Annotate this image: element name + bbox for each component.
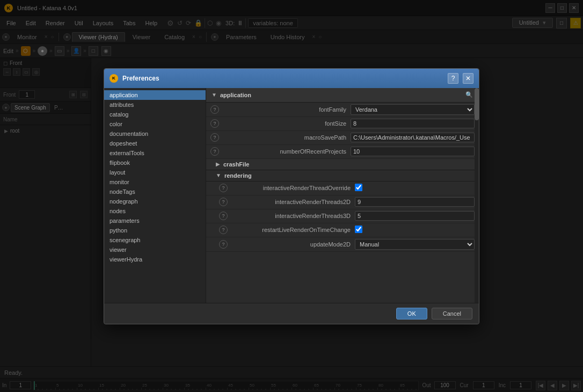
font-size-help[interactable]: ? — [210, 119, 219, 128]
section-title: application — [220, 92, 251, 98]
restart-live-render-row: ? restartLiveRenderOnTimeChange — [206, 223, 479, 237]
render-threads-2d-row: ? interactiveRenderThreads2D — [206, 195, 479, 209]
pref-item-monitor[interactable]: monitor — [104, 177, 206, 187]
macro-save-path-row: ? macroSavePath — [206, 131, 479, 145]
macro-save-path-label: macroSavePath — [222, 134, 351, 141]
dialog-icon-text: K — [112, 76, 115, 81]
crashfile-arrow-icon: ▶ — [216, 161, 220, 167]
recent-projects-value — [351, 147, 475, 156]
restart-live-render-checkbox[interactable] — [355, 226, 362, 233]
font-family-label: fontFamily — [222, 106, 351, 113]
render-threads-2d-value — [355, 197, 475, 207]
recent-projects-help[interactable]: ? — [210, 147, 219, 156]
rendering-arrow-icon: ▼ — [216, 172, 221, 178]
preferences-content: ▼ application 🔍 ? fontFamily Verdana Ari… — [206, 88, 479, 303]
dialog-body: application attributes catalog color doc… — [104, 88, 479, 303]
update-mode-2d-select[interactable]: Manual Automatic OnChange — [355, 239, 475, 250]
pref-item-scenegraph[interactable]: scenegraph — [104, 235, 206, 245]
restart-live-render-help[interactable]: ? — [219, 226, 228, 234]
pref-item-viewer[interactable]: viewer — [104, 245, 206, 255]
pref-item-documentation[interactable]: documentation — [104, 129, 206, 139]
update-mode-2d-value: Manual Automatic OnChange — [355, 239, 475, 250]
render-threads-2d-input[interactable] — [355, 197, 475, 207]
pref-item-nodes[interactable]: nodes — [104, 206, 206, 216]
pref-item-nodetags[interactable]: nodeTags — [104, 187, 206, 197]
preferences-dialog: K Preferences ? ✕ application attributes… — [104, 68, 479, 324]
macro-save-path-value — [351, 133, 475, 142]
recent-projects-label: numberOfRecentProjects — [222, 148, 351, 155]
render-threads-3d-row: ? interactiveRenderThreads3D — [206, 209, 479, 223]
dialog-title-text: Preferences — [122, 75, 443, 82]
render-threads-3d-label: interactiveRenderThreads3D — [231, 213, 355, 219]
application-section-header[interactable]: ▼ application 🔍 — [206, 88, 479, 103]
update-mode-2d-row: ? updateMode2D Manual Automatic OnChange — [206, 237, 479, 252]
modal-overlay: K Preferences ? ✕ application attributes… — [0, 0, 583, 392]
pref-item-color[interactable]: color — [104, 119, 206, 129]
font-family-select[interactable]: Verdana Arial Helvetica Courier New — [351, 104, 475, 115]
pref-item-externaltools[interactable]: externalTools — [104, 148, 206, 158]
font-size-row: ? fontSize — [206, 117, 479, 131]
pref-item-python[interactable]: python — [104, 226, 206, 235]
dialog-close-button[interactable]: ✕ — [463, 73, 473, 84]
pref-item-nodegraph[interactable]: nodegraph — [104, 197, 206, 206]
preferences-list: application attributes catalog color doc… — [104, 88, 206, 303]
rendering-section-header[interactable]: ▼ rendering — [206, 170, 479, 182]
font-size-value — [351, 119, 475, 128]
update-mode-2d-label: updateMode2D — [231, 241, 355, 248]
recent-projects-row: ? numberOfRecentProjects — [206, 145, 479, 159]
pref-item-attributes[interactable]: attributes — [104, 100, 206, 110]
font-family-help[interactable]: ? — [210, 105, 219, 114]
pref-item-parameters[interactable]: parameters — [104, 216, 206, 226]
section-arrow-icon: ▼ — [212, 92, 217, 98]
render-threads-3d-input[interactable] — [355, 211, 475, 221]
macro-save-path-input[interactable] — [351, 133, 475, 142]
macro-save-path-help[interactable]: ? — [210, 133, 219, 142]
recent-projects-input[interactable] — [351, 147, 475, 156]
restart-live-render-label: restartLiveRenderOnTimeChange — [231, 227, 355, 233]
update-mode-2d-help[interactable]: ? — [219, 240, 228, 249]
render-thread-override-label: interactiveRenderThreadOverride — [231, 185, 355, 191]
restart-live-render-value — [355, 226, 475, 234]
crashfile-title: crashFile — [223, 161, 249, 168]
render-thread-override-checkbox[interactable] — [355, 184, 362, 191]
render-thread-override-value — [355, 184, 475, 192]
cancel-button[interactable]: Cancel — [432, 308, 472, 320]
scrollbar-track[interactable] — [475, 88, 479, 303]
render-thread-override-row: ? interactiveRenderThreadOverride — [206, 182, 479, 195]
pref-item-viewerhydra[interactable]: viewerHydra — [104, 255, 206, 264]
render-threads-3d-value — [355, 211, 475, 221]
dialog-icon: K — [110, 74, 118, 83]
rendering-title: rendering — [224, 172, 252, 179]
ok-button[interactable]: OK — [396, 308, 427, 320]
font-family-row: ? fontFamily Verdana Arial Helvetica Cou… — [206, 103, 479, 117]
render-threads-2d-help[interactable]: ? — [219, 198, 228, 206]
render-threads-3d-help[interactable]: ? — [219, 212, 228, 220]
dialog-titlebar: K Preferences ? ✕ — [104, 69, 479, 88]
pref-item-flipbook[interactable]: flipbook — [104, 158, 206, 168]
search-icon[interactable]: 🔍 — [465, 91, 473, 99]
pref-item-dopesheet[interactable]: dopesheet — [104, 139, 206, 148]
font-size-label: fontSize — [222, 120, 351, 127]
font-size-input[interactable] — [351, 119, 475, 128]
scrollbar-thumb[interactable] — [475, 88, 479, 120]
pref-item-catalog[interactable]: catalog — [104, 110, 206, 119]
render-threads-2d-label: interactiveRenderThreads2D — [231, 199, 355, 205]
dialog-help-button[interactable]: ? — [448, 73, 458, 84]
pref-item-layout[interactable]: layout — [104, 168, 206, 177]
pref-item-application[interactable]: application — [104, 90, 206, 100]
crashfile-section-header[interactable]: ▶ crashFile — [206, 159, 479, 170]
render-thread-override-help[interactable]: ? — [219, 184, 228, 192]
dialog-footer: OK Cancel — [104, 303, 479, 324]
font-family-value: Verdana Arial Helvetica Courier New — [351, 104, 475, 115]
